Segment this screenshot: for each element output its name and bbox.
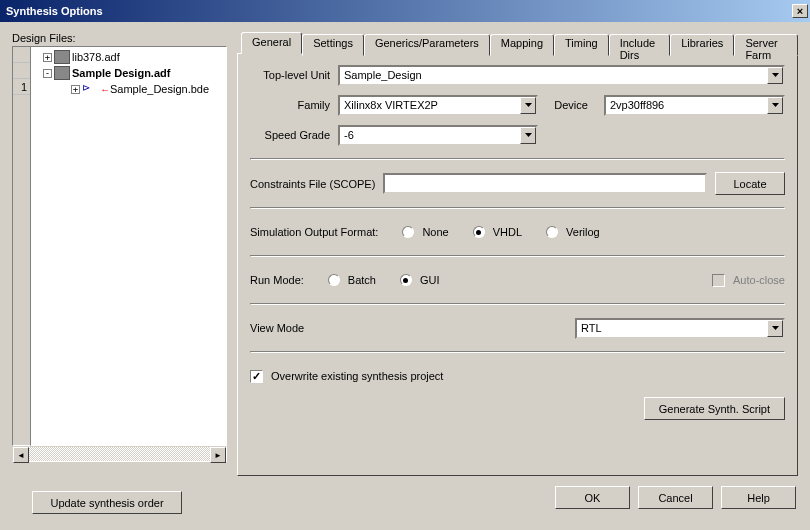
design-files-panel: Design Files: 1 + lib378.adf - S — [12, 32, 227, 476]
radio-sim-none[interactable] — [402, 226, 414, 238]
help-button[interactable]: Help — [721, 486, 796, 509]
arrow-icon: ← — [100, 84, 110, 95]
device-label: Device — [546, 99, 596, 111]
tab-bar: General Settings Generics/Parameters Map… — [237, 32, 798, 54]
tab-libraries[interactable]: Libraries — [670, 34, 734, 56]
family-label: Family — [250, 99, 330, 111]
run-mode-label: Run Mode: — [250, 274, 304, 286]
tree-row-bde[interactable]: + ⊳ ← Sample_Design.bde — [33, 81, 224, 97]
chevron-down-icon[interactable] — [767, 320, 783, 337]
radio-run-gui[interactable] — [400, 274, 412, 286]
speed-combo[interactable]: -6 — [338, 125, 538, 146]
design-files-label: Design Files: — [12, 32, 227, 44]
tab-general[interactable]: General — [241, 32, 302, 54]
scroll-track[interactable] — [29, 447, 210, 461]
top-unit-label: Top-level Unit — [250, 69, 330, 81]
radio-run-gui-label[interactable]: GUI — [420, 274, 440, 286]
device-combo[interactable]: 2vp30ff896 — [604, 95, 785, 116]
constraints-label: Constraints File (SCOPE) — [250, 178, 375, 190]
window-title: Synthesis Options — [6, 5, 792, 17]
top-unit-value: Sample_Design — [340, 67, 767, 84]
device-value: 2vp30ff896 — [606, 97, 767, 114]
titlebar: Synthesis Options × — [0, 0, 810, 22]
chevron-down-icon[interactable] — [520, 97, 536, 114]
scroll-left-button[interactable]: ◄ — [13, 447, 29, 463]
chevron-down-icon[interactable] — [520, 127, 536, 144]
radio-sim-vhdl-label[interactable]: VHDL — [493, 226, 522, 238]
h-scrollbar[interactable]: ◄ ► — [12, 446, 227, 462]
tab-settings[interactable]: Settings — [302, 34, 364, 56]
tab-page-general: Top-level Unit Sample_Design Family Xili… — [237, 53, 798, 476]
speed-value: -6 — [340, 127, 520, 144]
locate-button[interactable]: Locate — [715, 172, 785, 195]
speed-label: Speed Grade — [250, 129, 330, 141]
tree-gutter: 1 — [12, 46, 30, 446]
tab-timing[interactable]: Timing — [554, 34, 609, 56]
update-order-button[interactable]: Update synthesis order — [32, 491, 182, 514]
radio-sim-vhdl[interactable] — [473, 226, 485, 238]
ok-button[interactable]: OK — [555, 486, 630, 509]
tree-row-design[interactable]: - Sample Design.adf — [33, 65, 224, 81]
tree-item-label: Sample Design.adf — [72, 67, 170, 79]
view-mode-label: View Mode — [250, 322, 330, 334]
radio-run-batch-label[interactable]: Batch — [348, 274, 376, 286]
bde-icon: ⊳ — [82, 82, 98, 96]
family-value: Xilinx8x VIRTEX2P — [340, 97, 520, 114]
design-files-tree[interactable]: + lib378.adf - Sample Design.adf + ⊳ ← S… — [30, 46, 227, 446]
expand-icon[interactable]: + — [71, 85, 80, 94]
constraints-input[interactable] — [383, 173, 707, 194]
close-button[interactable]: × — [792, 4, 808, 18]
tree-item-label: lib378.adf — [72, 51, 120, 63]
top-unit-combo[interactable]: Sample_Design — [338, 65, 785, 86]
tree-item-label: Sample_Design.bde — [110, 83, 209, 95]
family-combo[interactable]: Xilinx8x VIRTEX2P — [338, 95, 538, 116]
autoclose-label: Auto-close — [733, 274, 785, 286]
chevron-down-icon[interactable] — [767, 97, 783, 114]
chevron-down-icon[interactable] — [767, 67, 783, 84]
collapse-icon[interactable]: - — [43, 69, 52, 78]
expand-icon[interactable]: + — [43, 53, 52, 62]
cancel-button[interactable]: Cancel — [638, 486, 713, 509]
radio-sim-none-label[interactable]: None — [422, 226, 448, 238]
library-icon — [54, 50, 70, 64]
overwrite-label[interactable]: Overwrite existing synthesis project — [271, 370, 443, 382]
radio-sim-verilog[interactable] — [546, 226, 558, 238]
generate-script-button[interactable]: Generate Synth. Script — [644, 397, 785, 420]
scroll-right-button[interactable]: ► — [210, 447, 226, 463]
gutter-number: 1 — [13, 79, 30, 95]
tab-include-dirs[interactable]: Include Dirs — [609, 34, 671, 56]
sim-format-label: Simulation Output Format: — [250, 226, 378, 238]
autoclose-checkbox — [712, 274, 725, 287]
view-mode-value: RTL — [577, 320, 767, 337]
radio-run-batch[interactable] — [328, 274, 340, 286]
library-icon — [54, 66, 70, 80]
tab-generics[interactable]: Generics/Parameters — [364, 34, 490, 56]
tab-mapping[interactable]: Mapping — [490, 34, 554, 56]
radio-sim-verilog-label[interactable]: Verilog — [566, 226, 600, 238]
tree-row-lib[interactable]: + lib378.adf — [33, 49, 224, 65]
view-mode-combo[interactable]: RTL — [575, 318, 785, 339]
tab-server-farm[interactable]: Server Farm — [734, 34, 798, 56]
overwrite-checkbox[interactable] — [250, 370, 263, 383]
